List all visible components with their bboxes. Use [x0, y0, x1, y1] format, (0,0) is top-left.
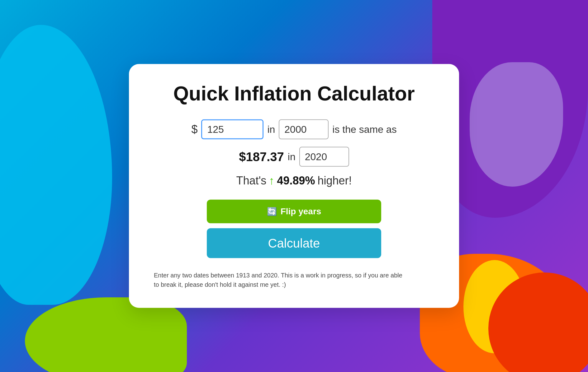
percentage-value: 49.89%: [277, 174, 315, 187]
calculate-label: Calculate: [268, 236, 320, 250]
label-same-as: is the same as: [332, 124, 396, 135]
year-to-input[interactable]: [299, 147, 349, 167]
disclaimer-text: Enter any two dates between 1913 and 202…: [154, 271, 403, 289]
input-row: $ in is the same as: [154, 119, 434, 139]
percentage-row: That's ↑ 49.89% higher!: [154, 174, 434, 187]
label-in: in: [267, 124, 275, 135]
calculate-button[interactable]: Calculate: [207, 228, 381, 258]
amount-input[interactable]: [201, 119, 263, 139]
label-in2: in: [288, 151, 296, 163]
row3-prefix: That's: [236, 174, 266, 187]
refresh-icon: 🔄: [267, 207, 277, 216]
page-title: Quick Inflation Calculator: [154, 83, 434, 105]
main-card: Quick Inflation Calculator $ in is the s…: [129, 64, 459, 308]
result-row: $187.37 in: [154, 147, 434, 167]
flip-years-label: Flip years: [281, 207, 321, 216]
result-amount: $187.37: [239, 150, 284, 164]
row3-suffix: higher!: [317, 174, 352, 187]
flip-years-button[interactable]: 🔄 Flip years: [207, 200, 381, 223]
up-arrow-icon: ↑: [269, 174, 274, 187]
dollar-sign: $: [191, 123, 197, 136]
year-from-input[interactable]: [279, 119, 329, 139]
